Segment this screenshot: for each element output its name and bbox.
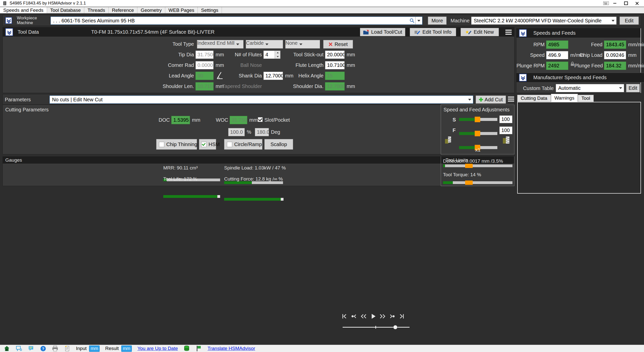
home-icon[interactable]	[4, 345, 10, 351]
heavy-cut-icon[interactable]	[502, 136, 510, 144]
doc-field[interactable]: 1.5395	[171, 116, 190, 124]
machine-edit-button[interactable]: Edit	[620, 17, 639, 25]
tab-tool-database[interactable]: Tool Database	[47, 7, 84, 13]
database-icon[interactable]	[183, 345, 190, 351]
feedback-search-icon[interactable]	[16, 345, 22, 351]
custom-table-dropdown-arrow[interactable]	[617, 84, 624, 92]
lock-icon[interactable]	[570, 62, 575, 66]
cut-selector-combo[interactable]: No cuts | Edit New Cut	[50, 96, 473, 104]
shoulder-dia-field[interactable]: 12.7000	[325, 82, 345, 91]
light-cut-icon[interactable]	[445, 136, 452, 144]
helix-angle-field[interactable]: 15	[325, 72, 345, 80]
input-unit-badge[interactable]: mm	[89, 345, 100, 352]
slot-pocket-checkbox[interactable]	[258, 117, 263, 122]
tab-settings[interactable]: Settings	[198, 7, 222, 13]
help-icon[interactable]: ?	[40, 345, 46, 351]
more-button[interactable]: More	[428, 17, 447, 25]
woc-percent-field[interactable]: 100.0	[228, 128, 245, 136]
translate-link[interactable]: Translate HSMAdvisor	[208, 346, 255, 351]
scallop-button[interactable]: Scallop	[264, 139, 293, 150]
circle-ramp-toggle[interactable]: Circle/Ramp	[224, 139, 262, 150]
material-dropdown-arrow[interactable]	[415, 17, 422, 24]
keyboard-icon[interactable]	[603, 0, 609, 6]
tool-coating-combo[interactable]: None	[285, 40, 320, 49]
woc-field[interactable]: 31.7500	[230, 116, 247, 124]
load-tool-cut-button[interactable]: Load Tool/Cut	[360, 28, 405, 36]
machine-dropdown-arrow[interactable]	[610, 17, 616, 24]
parameters-menu-icon[interactable]	[508, 96, 514, 103]
search-icon[interactable]	[409, 17, 415, 24]
chip-thinning-checkbox[interactable]	[159, 142, 164, 147]
forward-icon[interactable]	[379, 313, 386, 319]
hsm-checkbox[interactable]	[201, 142, 207, 147]
feed-field[interactable]: 1843.45	[604, 40, 626, 49]
tool-data-menu-icon[interactable]	[505, 29, 512, 36]
tool-type-combo[interactable]: Indexed End Mill	[197, 40, 244, 49]
skip-end-icon[interactable]	[398, 313, 405, 319]
feed-adjust-slider[interactable]	[459, 132, 497, 135]
chip-thinning-toggle[interactable]: Chip Thinning	[156, 139, 197, 150]
plunge-feed-label: Plunge Feed	[574, 63, 602, 69]
tool-material-combo[interactable]: Carbide	[246, 40, 283, 49]
tab-tool[interactable]: Tool	[578, 95, 594, 102]
flute-length-field[interactable]: 10.7100	[325, 61, 345, 69]
rewind-icon[interactable]	[360, 313, 367, 319]
slider-thumb[interactable]	[475, 117, 480, 122]
prev-cut-icon[interactable]	[351, 313, 357, 319]
slider-thumb[interactable]	[475, 131, 480, 136]
collapse-workpiece-button[interactable]	[5, 17, 12, 24]
maximize-button[interactable]	[620, 0, 631, 7]
next-cut-icon[interactable]	[389, 313, 395, 319]
custom-table-edit-button[interactable]: Edit	[626, 84, 640, 92]
skip-start-icon[interactable]	[341, 313, 348, 319]
speed-adjust-slider[interactable]	[459, 118, 497, 121]
collapse-speeds-button[interactable]	[519, 29, 527, 37]
limit-marker[interactable]	[465, 181, 473, 185]
reset-button[interactable]: Reset	[323, 40, 353, 49]
add-cut-button[interactable]: Add Cut	[476, 96, 506, 104]
minimize-button[interactable]	[609, 0, 620, 7]
print-icon[interactable]	[52, 345, 58, 351]
collapse-manufacturer-button[interactable]	[519, 74, 527, 81]
rpm-field[interactable]: 4985	[546, 40, 568, 49]
plunge-rpm-field[interactable]: 2492	[546, 62, 568, 70]
update-status-link[interactable]: You are Up to Date	[137, 346, 178, 351]
playback-slider-thumb[interactable]	[393, 325, 397, 329]
stickout-field[interactable]: 20.0000	[325, 51, 345, 59]
tab-cutting-data[interactable]: Cutting Data	[517, 95, 551, 102]
tab-warnings[interactable]: Warnings	[551, 94, 578, 102]
result-unit-label: Result	[105, 346, 119, 351]
flag-icon[interactable]	[195, 345, 202, 351]
doc-label: DOC	[139, 117, 170, 123]
pencil-star-icon	[466, 30, 472, 35]
tab-threads[interactable]: Threads	[84, 7, 109, 13]
playback-slider[interactable]	[343, 325, 410, 330]
tab-web-pages[interactable]: WEB Pages	[165, 7, 198, 13]
limit-marker[interactable]	[465, 164, 473, 168]
collapse-tool-data-button[interactable]	[5, 28, 13, 36]
custom-table-combo[interactable]: Automatic	[556, 84, 624, 92]
workpiece-material-combo[interactable]: . . . 6061-T6 Series Aluminum 95 HB	[51, 17, 422, 25]
hsm-toggle[interactable]: HSM	[199, 139, 216, 150]
tab-speeds-and-feeds[interactable]: Speeds and Feeds	[0, 7, 47, 13]
machine-combo[interactable]: SteelCNC 2.2 kW 24000RPM VFD Water-Coole…	[471, 17, 617, 25]
cut-dropdown-arrow[interactable]	[466, 96, 473, 103]
tab-geometry[interactable]: Geometry	[137, 7, 165, 13]
chip-load-field[interactable]: 0.09246	[604, 51, 626, 59]
edit-new-button[interactable]: Edit New	[461, 28, 499, 36]
close-button[interactable]	[631, 0, 642, 7]
adjustments-panel: Speed and Feed Adjustments S 100 F 100 x…	[441, 105, 514, 154]
result-unit-badge[interactable]: mm	[121, 345, 132, 352]
f-slider-label: F	[453, 127, 456, 133]
engagement-angle-field[interactable]: 180.0	[255, 128, 269, 136]
edit-tool-info-button[interactable]: Edit Tool Info	[410, 28, 456, 36]
speed-adjust-value[interactable]: 100	[499, 115, 512, 123]
tab-reference[interactable]: Reference	[109, 7, 138, 13]
circle-ramp-checkbox[interactable]	[227, 142, 232, 147]
plunge-feed-field[interactable]: 184.32	[604, 62, 626, 70]
feed-adjust-value[interactable]: 100	[499, 126, 512, 134]
speed-field[interactable]: 496.9	[546, 51, 568, 59]
comment-icon[interactable]	[28, 345, 34, 351]
play-icon[interactable]	[370, 313, 376, 319]
report-icon[interactable]	[64, 345, 70, 351]
